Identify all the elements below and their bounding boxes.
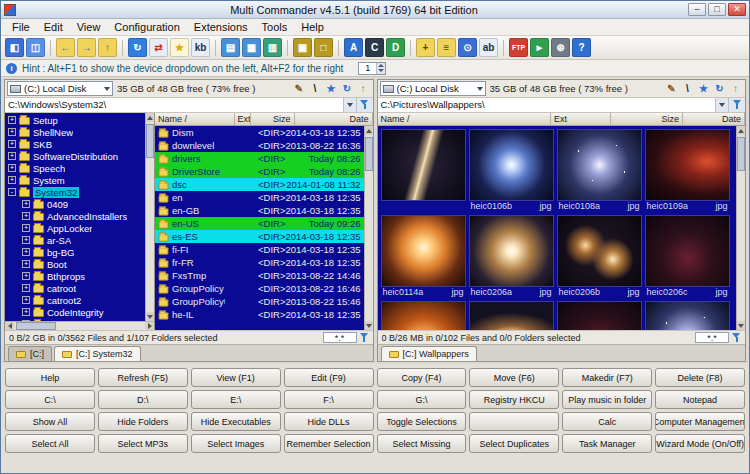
tree-expander-icon[interactable]: + (22, 236, 30, 244)
tree-expander-icon[interactable]: + (22, 296, 30, 304)
details-view-icon[interactable]: ▥ (263, 38, 282, 57)
column-header-date[interactable]: Date (683, 113, 745, 125)
favorites-star-icon[interactable]: ★ (324, 81, 339, 96)
file-row-he-il[interactable]: he-IL<DIR>2014-03-18 12:35 (155, 308, 364, 321)
column-header-size[interactable]: Size (611, 113, 683, 125)
command-button-task-manager[interactable]: Task Manager (562, 434, 652, 453)
column-header-name[interactable]: Name / (155, 113, 235, 125)
file-row-fxstmp[interactable]: FxsTmp<DIR>2013-08-22 14:46 (155, 269, 364, 282)
scroll-up-icon[interactable] (365, 126, 373, 135)
file-row-drivers[interactable]: drivers<DIR>Today 08:26 (155, 152, 364, 165)
thumbnail-item[interactable] (381, 301, 466, 330)
scroll-track[interactable] (737, 135, 745, 321)
thumbnail-item-heic0114a[interactable]: heic0114ajpg (381, 215, 466, 299)
go-back-icon[interactable]: ← (56, 38, 75, 57)
help-icon[interactable]: ? (572, 38, 591, 57)
tab-c[interactable]: [C:] (8, 346, 52, 361)
left-path-dropdown[interactable] (343, 98, 356, 112)
command-button-f[interactable]: F:\ (284, 390, 374, 409)
thumbnail-item[interactable] (469, 301, 554, 330)
scroll-track[interactable] (365, 135, 373, 321)
sync-panels-icon[interactable]: ⇄ (149, 38, 168, 57)
multi-rename-icon[interactable]: ab (479, 38, 498, 57)
tree-item-codeintegrity[interactable]: +CodeIntegrity (5, 306, 145, 318)
tree-expander-icon[interactable]: - (8, 188, 16, 196)
tree-expander-icon[interactable]: + (8, 116, 16, 124)
scroll-up-icon[interactable] (146, 113, 154, 122)
tree-expander-icon[interactable]: + (8, 176, 16, 184)
command-button-move-f6[interactable]: Move (F6) (469, 368, 559, 387)
file-row-dism[interactable]: Dism<DIR>2014-03-18 12:35 (155, 126, 364, 139)
tab-c-wallpappers[interactable]: [C:] Wallpappers (381, 346, 477, 361)
tree-expander-icon[interactable]: + (8, 164, 16, 172)
file-row-es-es[interactable]: es-ES<DIR>2014-03-18 12:35 (155, 230, 364, 243)
tree-item-system32[interactable]: -System32 (5, 186, 145, 198)
list-vertical-scrollbar[interactable] (364, 126, 373, 330)
command-button-play-music-in-folder[interactable]: Play music in folder (562, 390, 652, 409)
tree-expander-icon[interactable]: + (22, 272, 30, 280)
tree-item-skb[interactable]: +SKB (5, 138, 145, 150)
column-header-name[interactable]: Name / (378, 113, 552, 125)
scroll-track[interactable] (14, 322, 145, 330)
tree-item-speech[interactable]: +Speech (5, 162, 145, 174)
thumbnail-view-icon[interactable]: ▦ (242, 38, 261, 57)
command-button-select-duplicates[interactable]: Select Duplicates (469, 434, 559, 453)
command-button-refresh-f5[interactable]: Refresh (F5) (98, 368, 188, 387)
menu-item-help[interactable]: Help (294, 20, 331, 34)
edit-path-icon[interactable]: ✎ (664, 81, 679, 96)
file-row-fi-fi[interactable]: fi-FI<DIR>2014-03-18 12:35 (155, 243, 364, 256)
file-row-en[interactable]: en<DIR>2014-03-18 12:35 (155, 191, 364, 204)
file-row-downlevel[interactable]: downlevel<DIR>2013-08-22 16:36 (155, 139, 364, 152)
file-row-driverstore[interactable]: DriverStore<DIR>Today 08:26 (155, 165, 364, 178)
tree-item-bthprops[interactable]: +Bthprops (5, 270, 145, 282)
tree-expander-icon[interactable]: + (8, 128, 16, 136)
tree-item-0409[interactable]: +0409 (5, 198, 145, 210)
tree-expander-icon[interactable]: + (22, 308, 30, 316)
refresh-icon[interactable]: ↻ (340, 81, 355, 96)
spinner-arrows-icon[interactable] (376, 63, 385, 74)
tree-expander-icon[interactable]: + (22, 200, 30, 208)
scroll-thumb[interactable] (146, 124, 154, 158)
tree-expander-icon[interactable]: + (22, 260, 30, 268)
command-button-help[interactable]: Help (5, 368, 95, 387)
menu-item-tools[interactable]: Tools (255, 20, 295, 34)
command-button-g[interactable]: G:\ (377, 390, 467, 409)
scroll-down-icon[interactable] (365, 321, 373, 330)
pack-archive-icon[interactable]: ▣ (293, 38, 312, 57)
commandline-icon[interactable]: C (365, 38, 384, 57)
tab-c-system32[interactable]: [C:] System32 (54, 346, 141, 361)
command-button-show-all[interactable]: Show All (5, 412, 95, 431)
notepad-icon[interactable]: A (344, 38, 363, 57)
command-button-remember-selection[interactable]: Remember Selection (284, 434, 374, 453)
thumbnail-item-heic0106b[interactable]: heic0106bjpg (469, 129, 554, 213)
right-path[interactable]: C:\Pictures\Wallpappers\ (378, 98, 716, 112)
file-row-grouppolicy[interactable]: GroupPolicy<DIR>2013-08-22 16:46 (155, 282, 364, 295)
scroll-thumb[interactable] (16, 322, 56, 330)
ftp-icon[interactable]: FTP (509, 38, 528, 57)
left-filter-value[interactable]: *.* (323, 332, 357, 343)
command-button-empty[interactable] (469, 412, 559, 431)
right-path-filter-button[interactable] (728, 98, 745, 112)
folder-list-icon[interactable]: ≡ (437, 38, 456, 57)
parent-folder-icon[interactable]: ↑ (356, 81, 371, 96)
scroll-thumb[interactable] (737, 137, 745, 171)
command-button-select-images[interactable]: Select Images (191, 434, 281, 453)
command-button-copy-f4[interactable]: Copy (F4) (377, 368, 467, 387)
tree-expander-icon[interactable]: + (22, 212, 30, 220)
scroll-down-icon[interactable] (737, 321, 745, 330)
command-button-select-mp3s[interactable]: Select MP3s (98, 434, 188, 453)
menu-item-configuration[interactable]: Configuration (107, 20, 186, 34)
hint-counter-spinner[interactable]: 1 (358, 62, 386, 75)
documents-icon[interactable]: D (386, 38, 405, 57)
menu-item-file[interactable]: File (5, 20, 37, 34)
right-status-filter-icon[interactable] (732, 333, 741, 343)
file-row-grouppolicyusers[interactable]: GroupPolicyUsers<DIR>2013-08-22 15:46 (155, 295, 364, 308)
list-view-icon[interactable]: ▤ (221, 38, 240, 57)
tree-expander-icon[interactable]: + (8, 152, 16, 160)
close-button[interactable]: ✕ (728, 3, 746, 16)
tree-item-shellnew[interactable]: +ShellNew (5, 126, 145, 138)
search-icon[interactable]: ⊙ (458, 38, 477, 57)
right-filter-value[interactable]: *.* (695, 332, 729, 343)
command-button-notepad[interactable]: Notepad (655, 390, 745, 409)
thumbnail-item-heic0206b[interactable]: heic0206bjpg (557, 215, 642, 299)
